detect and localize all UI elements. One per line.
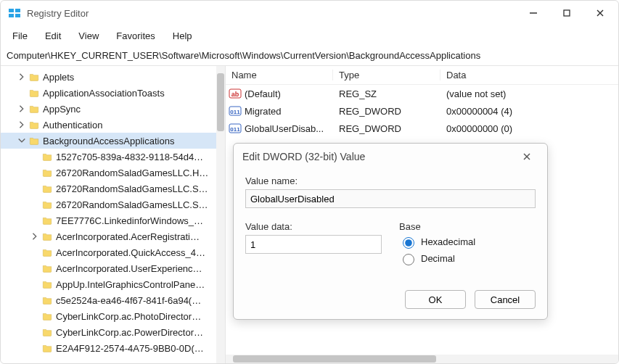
value-data: 0x00000004 (4) [440,106,618,117]
folder-icon [41,344,53,353]
folder-icon [28,73,40,82]
tree-item-label: 1527c705-839a-4832-9118-54d4… [56,152,203,162]
tree-item[interactable]: Applets [1,69,225,85]
folder-icon [41,264,53,273]
value-name-label: Value name: [245,175,536,186]
folder-icon [41,168,53,178]
svg-rect-2 [9,14,14,17]
value-row[interactable]: GlobalUserDisab...REG_DWORD0x00000000 (0… [226,120,618,137]
tree-item[interactable]: AcerIncorporated.AcerRegistrati… [1,228,225,244]
tree-item[interactable]: 1527c705-839a-4832-9118-54d4… [1,149,225,165]
tree-item-label: ApplicationAssociationToasts [43,88,165,99]
value-data: 0x00000000 (0) [440,123,618,134]
radio-hex[interactable] [403,237,414,249]
menu-edit[interactable]: Edit [38,28,68,44]
folder-icon [41,232,53,241]
chevron-right-icon[interactable] [17,104,27,114]
folder-icon [41,216,53,226]
folder-icon [28,136,40,146]
tree-item[interactable]: AppUp.IntelGraphicsControlPane… [1,276,225,292]
reg-dword-icon [229,105,242,117]
base-label: Base [399,221,536,232]
list-scrollbar[interactable] [226,355,618,363]
tree-item[interactable]: 26720RandomSaladGamesLLC.S… [1,197,225,212]
chevron-right-icon[interactable] [17,120,27,130]
radio-hex-label: Hexadecimal [421,236,475,247]
tree-item[interactable]: AppSync [1,101,225,117]
tree-item[interactable]: AcerIncorporated.QuickAccess_4… [1,244,225,260]
chevron-right-icon[interactable] [30,231,40,241]
ok-button[interactable]: OK [405,290,466,309]
tree-item-label: 26720RandomSaladGamesLLC.S… [56,183,208,194]
edit-dword-dialog: Edit DWORD (32-bit) Value Value name: Va… [233,143,548,320]
tree-item-label: AcerIncorporated.UserExperienc… [56,263,202,274]
dialog-close-button[interactable] [515,146,538,167]
col-header-name[interactable]: Name [226,70,333,80]
folder-icon [41,296,53,305]
tree-item-label: E2A4F912-2574-4A75-9BB0-0D(… [56,343,204,354]
close-button[interactable] [583,2,617,24]
tree-item[interactable]: BackgroundAccessApplications [1,133,225,149]
tree-item-label: Authentication [43,120,102,131]
chevron-right-icon[interactable] [17,72,27,82]
value-name-field[interactable] [245,189,536,208]
value-name: GlobalUserDisab... [245,123,324,134]
tree-item-label: 26720RandomSaladGamesLLC.S… [56,199,208,210]
value-row[interactable]: MigratedREG_DWORD0x00000004 (4) [226,102,618,120]
maximize-button[interactable] [550,2,583,24]
list-scrollbar-thumb[interactable] [233,355,436,363]
dialog-titlebar: Edit DWORD (32-bit) Value [234,144,547,170]
reg-dword-icon [229,123,242,134]
svg-rect-0 [9,9,14,12]
folder-icon [41,200,53,210]
svg-rect-3 [15,14,20,17]
tree-item[interactable]: CyberLinkCorp.ac.PowerDirector… [1,324,225,340]
tree-item[interactable]: 26720RandomSaladGamesLLC.S… [1,181,225,197]
value-name: Migrated [245,106,282,117]
menu-help[interactable]: Help [165,28,200,44]
base-option-dec[interactable]: Decimal [399,252,536,265]
svg-rect-5 [564,10,570,16]
tree-item[interactable]: E2A4F912-2574-4A75-9BB0-0D(… [1,340,225,356]
tree-item[interactable]: c5e2524a-ea46-4f67-841f-6a94(… [1,292,225,308]
minimize-button[interactable] [517,2,550,24]
base-option-hex[interactable]: Hexadecimal [399,235,536,249]
tree-item[interactable]: ApplicationAssociationToasts [1,85,225,101]
value-data-field[interactable] [245,235,382,254]
reg-string-icon [229,88,242,99]
menu-view[interactable]: View [71,28,106,44]
menu-favorites[interactable]: Favorites [109,28,162,44]
col-header-data[interactable]: Data [440,70,618,80]
tree-item[interactable]: CyberLinkCorp.ac.PhotoDirector… [1,308,225,324]
tree-item-label: BackgroundAccessApplications [43,136,174,146]
list-header: Name Type Data [226,66,618,85]
value-data-label: Value data: [245,221,382,232]
tree-item[interactable]: AcerIncorporated.UserExperienc… [1,260,225,276]
tree-scrollbar-thumb[interactable] [217,73,224,131]
folder-icon [41,184,53,194]
address-bar[interactable]: Computer\HKEY_CURRENT_USER\Software\Micr… [1,46,618,66]
registry-tree[interactable]: AppletsApplicationAssociationToastsAppSy… [1,66,226,363]
tree-scrollbar[interactable] [216,66,225,363]
tree-item-label: CyberLinkCorp.ac.PowerDirector… [56,327,203,338]
chevron-down-icon[interactable] [17,136,27,146]
tree-item[interactable]: 26720RandomSaladGamesLLC.H… [1,165,225,181]
radio-dec[interactable] [403,254,414,265]
menubar: File Edit View Favorites Help [1,25,618,46]
tree-item[interactable]: Authentication [1,117,225,133]
value-row[interactable]: (Default)REG_SZ(value not set) [226,85,618,102]
value-type: REG_DWORD [333,106,440,117]
folder-icon [41,248,53,257]
tree-item-label: 7EE7776C.LinkedinforWindows_… [56,215,203,226]
body: AppletsApplicationAssociationToastsAppSy… [1,66,618,363]
col-header-type[interactable]: Type [333,70,440,80]
menu-file[interactable]: File [5,28,35,44]
cancel-button[interactable]: Cancel [475,290,536,309]
registry-editor-window: Registry Editor File Edit View Favorites… [0,0,619,364]
tree-item-label: AppSync [43,104,81,115]
folder-icon [41,152,53,162]
tree-item[interactable]: 7EE7776C.LinkedinforWindows_… [1,212,225,228]
tree-item-label: 26720RandomSaladGamesLLC.H… [56,167,208,178]
value-type: REG_DWORD [333,123,440,134]
tree-item-label: AcerIncorporated.QuickAccess_4… [56,247,205,258]
